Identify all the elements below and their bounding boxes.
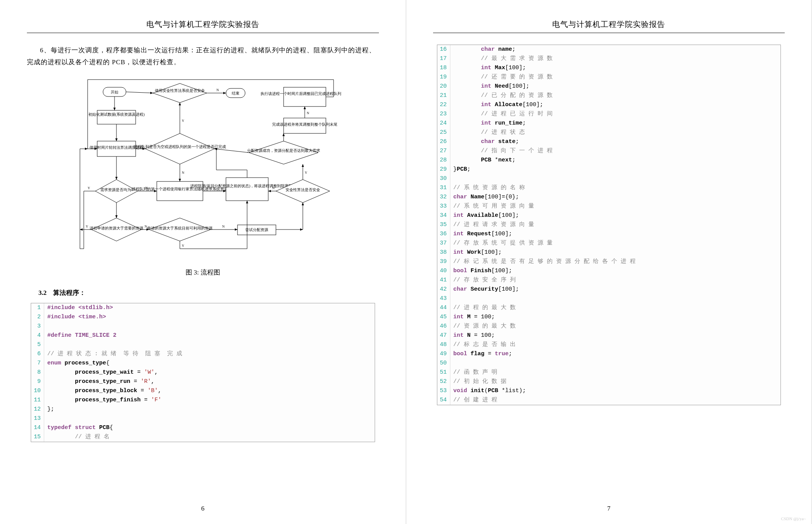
code-line: 38int Work[100]; bbox=[437, 248, 781, 257]
code-line: 24 int run_time; bbox=[437, 119, 781, 128]
code-content: // 最 大 需 求 资 源 数 bbox=[453, 54, 553, 63]
code-content: // 创 建 进 程 bbox=[453, 396, 497, 405]
code-content: // 指 向 下 一 个 进 程 bbox=[453, 146, 553, 156]
code-line: 5 bbox=[31, 340, 375, 349]
code-line: 25 // 进 程 状 态 bbox=[437, 128, 781, 137]
line-number: 12 bbox=[31, 405, 44, 414]
code-content: process_type_wait = 'W', bbox=[47, 368, 158, 377]
svg-text:安全性算法是否安全: 安全性算法是否安全 bbox=[286, 188, 320, 192]
code-content: int Available[100]; bbox=[453, 211, 519, 220]
code-line: 28 PCB *next; bbox=[437, 156, 781, 165]
code-line: 33// 系 统 可 用 资 源 向 量 bbox=[437, 202, 781, 211]
code-content: int Max[100]; bbox=[453, 63, 526, 73]
code-content: // 存 放 安 全 序 列 bbox=[453, 276, 516, 285]
line-number: 6 bbox=[31, 349, 44, 359]
svg-text:进程队列是否为空或进程队列的第一个进程是否已完成: 进程队列是否为空或进程队列的第一个进程是否已完成 bbox=[134, 145, 226, 149]
code-content: // 资 源 的 最 大 数 bbox=[453, 322, 516, 331]
line-number: 40 bbox=[437, 266, 450, 276]
code-line: 40bool Finish[100]; bbox=[437, 266, 781, 276]
code-line: 49bool flag = true; bbox=[437, 349, 781, 359]
line-number: 35 bbox=[437, 220, 450, 230]
code-content: int Need[100]; bbox=[453, 82, 530, 91]
svg-text:N: N bbox=[144, 225, 147, 228]
code-line: 47int N = 100; bbox=[437, 331, 781, 340]
code-content: process_type_run = 'R', bbox=[47, 377, 154, 386]
code-content: // 进 程 的 最 大 数 bbox=[453, 303, 516, 313]
line-number: 50 bbox=[437, 359, 450, 368]
svg-rect-8 bbox=[284, 87, 326, 106]
code-line: 32char Name[100]={0}; bbox=[437, 193, 781, 202]
figure-caption: 图 3: 流程图 bbox=[27, 268, 379, 277]
line-number: 33 bbox=[437, 202, 450, 211]
line-number: 48 bbox=[437, 340, 450, 349]
line-number: 41 bbox=[437, 276, 450, 285]
line-number: 44 bbox=[437, 303, 450, 313]
code-line: 14typedef struct PCB{ bbox=[31, 423, 375, 433]
code-line: 20 int Need[100]; bbox=[437, 82, 781, 91]
line-number: 52 bbox=[437, 377, 450, 386]
code-content: char name; bbox=[453, 45, 516, 54]
line-number: 4 bbox=[31, 331, 44, 340]
code-line: 50 bbox=[437, 359, 781, 368]
code-line: 30 bbox=[437, 174, 781, 183]
line-number: 8 bbox=[31, 368, 44, 377]
code-content: int Work[100]; bbox=[453, 248, 502, 257]
line-number: 2 bbox=[31, 313, 44, 322]
line-number: 7 bbox=[31, 359, 44, 368]
code-content: }; bbox=[47, 405, 54, 414]
svg-text:N: N bbox=[222, 225, 225, 228]
line-number: 47 bbox=[437, 331, 450, 340]
flowchart-figure: 开始 借用安全性算法系统是否安全 结束 初始化测试数据(系统资源及进程) 执行该… bbox=[65, 76, 341, 260]
code-content: // 存 放 系 统 可 提 供 资 源 量 bbox=[453, 239, 553, 248]
code-line: 22 int Allocate[100]; bbox=[437, 100, 781, 110]
code-line: 34int Available[100]; bbox=[437, 211, 781, 220]
code-content: // 已 分 配 的 资 源 数 bbox=[453, 91, 553, 100]
line-number: 13 bbox=[31, 414, 44, 423]
code-line: 39// 标 记 系 统 是 否 有 足 够 的 资 源 分 配 给 各 个 进… bbox=[437, 257, 781, 266]
watermark: CSDN @j/ya~ bbox=[781, 516, 806, 521]
code-line: 21 // 已 分 配 的 资 源 数 bbox=[437, 91, 781, 100]
code-content: // 系 统 资 源 的 名 称 bbox=[453, 183, 525, 193]
svg-text:进程申请的资源大于需要的资源: 进程申请的资源大于需要的资源 bbox=[90, 226, 143, 230]
code-content: process_type_finish = 'F' bbox=[47, 396, 161, 405]
code-line: 44// 进 程 的 最 大 数 bbox=[437, 303, 781, 313]
code-line: 8 process_type_wait = 'W', bbox=[31, 368, 375, 377]
line-number: 18 bbox=[437, 63, 450, 73]
code-line: 13 bbox=[31, 414, 375, 423]
line-number: 26 bbox=[437, 137, 450, 146]
code-content: // 系 统 可 用 资 源 向 量 bbox=[453, 202, 534, 211]
code-content: bool Finish[100]; bbox=[453, 266, 512, 276]
code-content: int run_time; bbox=[453, 119, 526, 128]
code-line: 18 int Max[100]; bbox=[437, 63, 781, 73]
svg-line-62 bbox=[214, 149, 249, 153]
code-block-right: 16 char name;17 // 最 大 需 求 资 源 数18 int M… bbox=[437, 45, 781, 405]
code-line: 23 // 进 程 已 运 行 时 间 bbox=[437, 110, 781, 119]
page-header-right: 电气与计算机工程学院实验报告 bbox=[433, 19, 785, 33]
svg-marker-2 bbox=[153, 83, 207, 103]
line-number: 11 bbox=[31, 396, 44, 405]
line-number: 34 bbox=[437, 211, 450, 220]
left-page: 电气与计算机工程学院实验报告 6、每进行一次调度，程序都要输出一次运行结果：正在… bbox=[0, 0, 406, 524]
svg-text:Y: Y bbox=[88, 186, 90, 190]
line-number: 19 bbox=[437, 73, 450, 82]
line-number: 30 bbox=[437, 174, 450, 183]
code-line: 10 process_type_block = 'B', bbox=[31, 386, 375, 396]
code-line: 27 // 指 向 下 一 个 进 程 bbox=[437, 146, 781, 156]
line-number: 36 bbox=[437, 230, 450, 239]
svg-text:完成该进程并将其调整到整个队列末尾: 完成该进程并将其调整到整个队列末尾 bbox=[272, 122, 337, 126]
code-line: 11 process_type_finish = 'F' bbox=[31, 396, 375, 405]
line-number: 24 bbox=[437, 119, 450, 128]
line-number: 17 bbox=[437, 54, 450, 63]
svg-text:N: N bbox=[182, 171, 184, 175]
svg-text:开始: 开始 bbox=[111, 90, 118, 94]
section-title-3-2: 3.2 算法程序： bbox=[38, 288, 379, 297]
code-line: 1#include <stdlib.h> bbox=[31, 303, 375, 313]
svg-text:初始化测试数据(系统资源及进程): 初始化测试数据(系统资源及进程) bbox=[88, 112, 144, 117]
code-line: 9 process_type_run = 'R', bbox=[31, 377, 375, 386]
svg-text:N: N bbox=[145, 186, 148, 190]
line-number: 46 bbox=[437, 322, 450, 331]
line-number: 16 bbox=[437, 45, 450, 54]
line-number: 10 bbox=[31, 386, 44, 396]
line-number: 28 bbox=[437, 156, 450, 165]
svg-text:分配资源成功，资源分配是否达到最大需求: 分配资源成功，资源分配是否达到最大需求 bbox=[247, 148, 320, 153]
